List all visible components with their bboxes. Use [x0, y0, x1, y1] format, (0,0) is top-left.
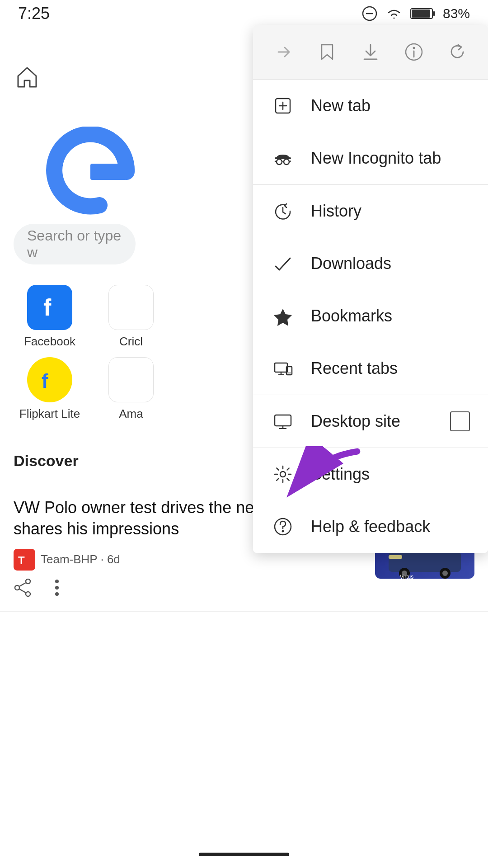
help-icon	[271, 515, 295, 538]
more-icon[interactable]	[47, 578, 67, 598]
facebook-icon: f	[27, 285, 72, 330]
incognito-icon	[271, 146, 295, 170]
battery-icon	[410, 7, 436, 20]
status-time: 7:25	[18, 4, 50, 23]
home-icon	[14, 63, 41, 90]
refresh-icon	[447, 42, 467, 62]
svg-text:T: T	[18, 554, 25, 566]
shortcut-flipkart[interactable]: f Flipkart Lite	[14, 357, 86, 421]
svg-rect-5	[90, 164, 127, 180]
svg-point-51	[280, 472, 286, 477]
status-icons: 83%	[361, 5, 470, 22]
svg-text:f: f	[43, 294, 52, 321]
svg-text:f: f	[42, 370, 48, 392]
bookmark-button[interactable]	[313, 38, 342, 66]
svg-line-13	[19, 589, 26, 593]
settings-item[interactable]: Settings	[253, 448, 488, 500]
search-bar[interactable]: Search or type w	[14, 224, 136, 264]
shortcuts-row-2: f Flipkart Lite Ama	[14, 357, 167, 421]
bookmarks-svg	[273, 306, 293, 326]
desktop-site-checkbox[interactable]	[450, 411, 470, 431]
recent-tabs-svg	[273, 359, 293, 378]
svg-point-16	[55, 592, 59, 596]
info-icon	[404, 42, 424, 62]
refresh-button[interactable]	[443, 38, 472, 66]
shortcuts-row-1: f Facebook Cricl	[14, 285, 167, 349]
amazon-label: Ama	[119, 407, 143, 421]
article-actions	[14, 578, 366, 598]
bookmark-icon	[317, 42, 337, 62]
settings-icon	[271, 462, 295, 486]
recent-tabs-label: Recent tabs	[311, 359, 398, 378]
svg-rect-24	[389, 555, 402, 559]
bookmarks-icon	[271, 304, 295, 328]
svg-point-34	[277, 159, 282, 165]
menu-toolbar	[253, 25, 488, 80]
recent-tabs-icon	[271, 357, 295, 380]
svg-line-40	[283, 212, 286, 214]
amazon-icon-bg	[108, 357, 154, 402]
svg-text:Virtus: Virtus	[400, 574, 413, 579]
facebook-label: Facebook	[24, 335, 75, 349]
desktop-site-svg	[273, 411, 293, 431]
new-tab-item[interactable]: New tab	[253, 80, 488, 132]
svg-point-28	[413, 47, 415, 49]
cricket-icon-bg	[108, 285, 154, 330]
bottom-nav	[0, 841, 488, 868]
new-tab-icon	[271, 94, 295, 118]
svg-point-35	[284, 159, 289, 165]
history-item[interactable]: History	[253, 185, 488, 237]
bookmarks-label: Bookmarks	[311, 307, 392, 326]
svg-point-11	[26, 592, 30, 596]
downloads-svg	[273, 254, 293, 274]
desktop-site-item[interactable]: Desktop site	[253, 395, 488, 448]
recent-tabs-item[interactable]: Recent tabs	[253, 342, 488, 395]
downloads-item[interactable]: Downloads	[253, 237, 488, 290]
incognito-label: New Incognito tab	[311, 149, 441, 168]
incognito-svg	[273, 148, 293, 168]
svg-marker-42	[274, 309, 292, 326]
new-tab-svg	[273, 96, 293, 116]
forward-icon	[274, 42, 294, 62]
discover-label: Discover	[14, 452, 79, 470]
teambhp-logo: T	[16, 552, 33, 568]
svg-point-10	[15, 585, 19, 590]
download-icon	[361, 42, 380, 62]
info-button[interactable]	[399, 38, 428, 66]
settings-svg	[273, 464, 293, 484]
desktop-site-label: Desktop site	[311, 412, 400, 431]
home-icon-area	[14, 63, 41, 92]
battery-percent: 83%	[443, 6, 470, 21]
help-feedback-item[interactable]: Help & feedback	[253, 500, 488, 553]
shortcut-amazon[interactable]: Ama	[95, 357, 167, 421]
download-button[interactable]	[356, 38, 385, 66]
share-icon[interactable]	[14, 578, 33, 598]
svg-point-21	[442, 571, 448, 576]
shortcut-facebook[interactable]: f Facebook	[14, 285, 86, 349]
svg-point-54	[282, 530, 284, 533]
shortcut-cricket[interactable]: Cricl	[95, 285, 167, 349]
article-source-text: Team-BHP · 6d	[41, 552, 120, 566]
bookmarks-item[interactable]: Bookmarks	[253, 290, 488, 342]
forward-button[interactable]	[269, 38, 298, 66]
svg-rect-43	[275, 363, 287, 372]
dnd-icon	[361, 5, 378, 22]
desktop-site-icon	[271, 410, 295, 433]
new-tab-label: New tab	[311, 96, 371, 115]
fb-logo: f	[36, 294, 63, 321]
svg-rect-3	[433, 11, 435, 16]
new-incognito-tab-item[interactable]: New Incognito tab	[253, 132, 488, 184]
flipkart-icon: f	[27, 357, 72, 402]
fk-logo: f	[36, 366, 63, 393]
wifi-icon	[385, 5, 403, 22]
svg-rect-4	[412, 9, 430, 18]
home-indicator	[199, 853, 289, 856]
search-bar-placeholder: Search or type w	[27, 227, 122, 261]
article-source-icon: T	[14, 549, 35, 571]
google-logo	[45, 127, 145, 217]
downloads-icon	[271, 252, 295, 275]
downloads-label: Downloads	[311, 254, 391, 273]
help-feedback-label: Help & feedback	[311, 517, 430, 536]
svg-point-9	[26, 579, 30, 584]
settings-label: Settings	[311, 465, 370, 484]
